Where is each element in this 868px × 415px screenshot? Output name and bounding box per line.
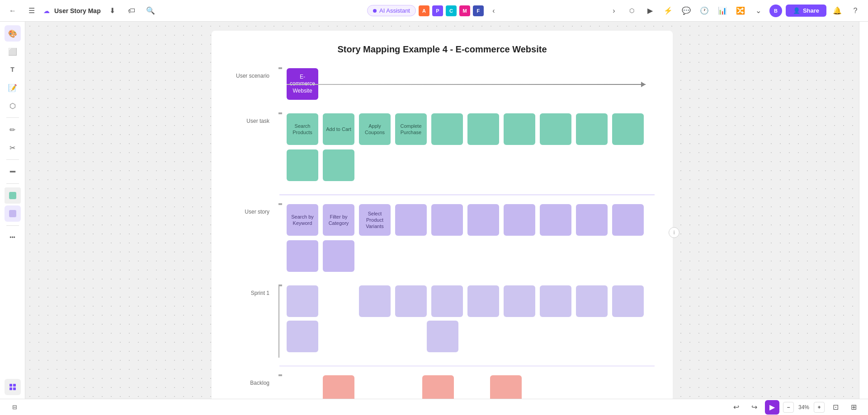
tool-pen[interactable]: ✏	[5, 121, 21, 138]
main-layout: 🎨 ⬜ T 📝 ⬡ ✏ ✂ ━ •••	[0, 22, 868, 399]
user-scenario-row: User scenario E-commerce Website	[230, 68, 655, 100]
toolbar-btn-1[interactable]: ⬡	[625, 4, 639, 18]
tool-color-purple[interactable]	[5, 205, 21, 222]
card-story-9[interactable]	[576, 204, 608, 236]
backlog-cards	[287, 375, 655, 399]
fit-button[interactable]: ⊡	[828, 400, 843, 415]
card-sprint1-5[interactable]	[467, 285, 499, 317]
lightning-button[interactable]: ⚡	[661, 4, 675, 18]
tab-icon-5[interactable]: F	[473, 5, 484, 16]
play-bottom-button[interactable]: ▶	[765, 400, 779, 415]
menu-button[interactable]: ☰	[24, 4, 39, 18]
card-backlog-3[interactable]	[490, 375, 522, 399]
card-story-11[interactable]	[287, 240, 318, 272]
tool-frame[interactable]: ⬜	[5, 43, 21, 60]
search-button[interactable]: 🔍	[143, 4, 158, 18]
card-complete-purchase[interactable]: Complete Purchase	[395, 113, 427, 145]
card-task-7[interactable]	[504, 113, 535, 145]
card-task-8[interactable]	[540, 113, 571, 145]
tool-sticky[interactable]: 📝	[5, 79, 21, 96]
comment-button[interactable]: 💬	[679, 4, 693, 18]
card-sprint1-2[interactable]	[359, 285, 391, 317]
topbar-left: ← ☰ ☁ User Story Map ⬇ 🏷 🔍	[5, 4, 363, 18]
card-filter-category[interactable]: Filter by Category	[323, 204, 354, 236]
tool-text[interactable]: T	[5, 61, 21, 78]
tab-icon-2[interactable]: P	[432, 5, 443, 16]
help-button[interactable]: ?	[848, 4, 863, 18]
clock-button[interactable]: 🕐	[697, 4, 712, 18]
card-sprint1-row2-1[interactable]	[287, 321, 318, 352]
flow-button[interactable]: 🔀	[733, 4, 748, 18]
bottom-right: ↩ ↪ ▶ − 34% + ⊡ ⊞	[729, 400, 861, 415]
card-story-8[interactable]	[540, 204, 571, 236]
tool-line[interactable]: ━	[5, 163, 21, 180]
tag-button[interactable]: 🏷	[124, 4, 139, 18]
card-task-5[interactable]	[431, 113, 463, 145]
card-sprint1-4[interactable]	[431, 285, 463, 317]
card-add-to-cart[interactable]: Add to Cart	[323, 113, 354, 145]
tool-color-green[interactable]	[5, 187, 21, 204]
sprint1-cards-group	[287, 285, 644, 352]
tab-icon-4[interactable]: M	[459, 5, 470, 16]
card-task-9[interactable]	[576, 113, 608, 145]
menu-icon: ☰	[28, 6, 35, 15]
card-task-11[interactable]	[287, 149, 318, 181]
tool-scissors[interactable]: ✂	[5, 140, 21, 156]
card-task-10[interactable]	[612, 113, 644, 145]
card-backlog-1[interactable]	[323, 375, 354, 399]
card-story-12[interactable]	[323, 240, 354, 272]
share-button[interactable]: 👤 Share	[786, 5, 826, 17]
zoom-out-button[interactable]: −	[783, 402, 794, 413]
card-story-5[interactable]	[431, 204, 463, 236]
separator-1	[279, 195, 655, 195]
ai-assistant-button[interactable]: AI Assistant	[367, 5, 416, 16]
card-story-6[interactable]	[467, 204, 499, 236]
scenario-arrow-head	[641, 82, 646, 87]
redo-button[interactable]: ↪	[747, 400, 761, 415]
sprint1-row: Sprint 1	[230, 285, 655, 352]
card-task-12[interactable]	[323, 149, 354, 181]
card-sprint1-9[interactable]	[612, 285, 644, 317]
card-sprint1-7[interactable]	[540, 285, 571, 317]
card-story-10[interactable]	[612, 204, 644, 236]
card-sprint1-6[interactable]	[504, 285, 535, 317]
more-button[interactable]: ⌄	[751, 4, 766, 18]
expand-button[interactable]: ›	[607, 4, 621, 18]
sidebar-divider-4	[6, 225, 19, 226]
share-icon: 👤	[793, 7, 800, 14]
canvas-area[interactable]: Story Mapping Example 4 - E-commerce Web…	[25, 22, 859, 399]
card-apply-coupons[interactable]: Apply Coupons	[359, 113, 391, 145]
card-story-4[interactable]	[395, 204, 427, 236]
card-search-products[interactable]: Search Products	[287, 113, 318, 145]
card-sprint1-3[interactable]	[395, 285, 427, 317]
card-sprint1-row2-2[interactable]	[427, 321, 458, 352]
tool-shape[interactable]: ⬡	[5, 98, 21, 114]
tool-grid[interactable]	[5, 379, 21, 395]
info-button[interactable]: i	[669, 227, 679, 238]
tool-palette[interactable]: 🎨	[5, 25, 21, 42]
download-button[interactable]: ⬇	[105, 4, 120, 18]
card-task-6[interactable]	[467, 113, 499, 145]
tab-icon-1[interactable]: A	[419, 5, 429, 16]
notification-button[interactable]: 🔔	[830, 4, 844, 18]
grid-bottom-button[interactable]: ⊞	[846, 400, 861, 415]
ai-assistant-label: AI Assistant	[379, 7, 410, 14]
undo-button[interactable]: ↩	[729, 400, 743, 415]
card-sprint1-1[interactable]	[287, 285, 318, 317]
bottom-panel-button[interactable]: ⊟	[7, 400, 22, 415]
card-search-keyword[interactable]: Search by Keyword	[287, 204, 318, 236]
board-title: Story Mapping Example 4 - E-commerce Web…	[230, 44, 655, 55]
tab-icon-3[interactable]: C	[446, 5, 457, 16]
chart-button[interactable]: 📊	[715, 4, 730, 18]
card-backlog-2[interactable]	[422, 375, 454, 399]
tool-more[interactable]: •••	[5, 229, 21, 246]
user-story-cards: Search by Keyword Filter by Category Sel…	[287, 204, 655, 272]
play-button[interactable]: ▶	[643, 4, 657, 18]
collapse-panel-button[interactable]: ‹	[486, 4, 501, 18]
card-sprint1-8[interactable]	[576, 285, 608, 317]
card-select-variants[interactable]: Select Product Variants	[359, 204, 391, 236]
back-button[interactable]: ←	[5, 4, 20, 18]
backlog-row: Backlog	[230, 375, 655, 399]
card-story-7[interactable]	[504, 204, 535, 236]
zoom-in-button[interactable]: +	[814, 402, 825, 413]
